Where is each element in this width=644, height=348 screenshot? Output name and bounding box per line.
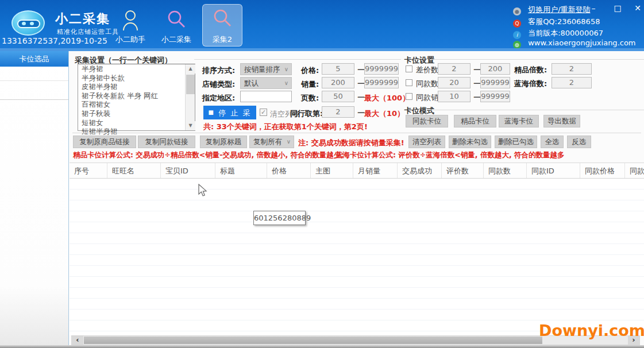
boutique-formula-text: 精品卡位计算公式: 交易成功÷精品倍数<销量-交易成功, 倍数越小, 符合的数量… [73, 150, 344, 160]
sidebar-divider [0, 99, 68, 100]
same-sales-max-input[interactable]: 999999 [480, 91, 510, 102]
boutique-multiplier-input[interactable]: 2 [552, 63, 592, 75]
export-data-button[interactable]: 导出数据 [543, 115, 580, 127]
same-sales-min-input[interactable]: 10 [438, 91, 471, 102]
column-header[interactable]: 价格 [267, 163, 311, 178]
column-header[interactable]: 主图 [311, 163, 353, 178]
price-min-input[interactable]: 5 [322, 63, 354, 75]
copy-all-value: 复制所有 [253, 137, 282, 146]
nav-assistant-label: 小二助手 [110, 34, 151, 45]
region-input[interactable] [240, 91, 292, 102]
diff-price-label: 差价数 [416, 65, 438, 75]
column-header[interactable]: 评价数 [442, 163, 484, 178]
info-icon: i [513, 31, 521, 39]
column-header[interactable]: 同款价格 [580, 163, 625, 178]
qq-row: Q 客服QQ:236068658 [513, 17, 600, 27]
pages-input[interactable]: 50 [322, 91, 354, 102]
column-header[interactable]: 序号 [70, 163, 107, 178]
scroll-down-icon[interactable]: ▼ [186, 121, 195, 130]
boutique-slot-button[interactable]: 精品卡位 [454, 115, 496, 127]
diff-price-max-input[interactable]: 200 [480, 63, 510, 75]
clear-list-button[interactable]: 清空列表 [408, 136, 445, 148]
keyword-item[interactable]: 半身裙 [78, 64, 195, 74]
keyword-item[interactable]: 短裙半身裙 [78, 127, 195, 136]
website-link[interactable]: www.xiaoergongjuxiang.com [528, 38, 635, 47]
scrollbar-thumb[interactable] [84, 337, 542, 344]
diff-price-checkbox[interactable] [406, 65, 412, 72]
nav-collect[interactable]: 小二采集 [156, 8, 196, 46]
app-subtitle: 精准化店铺运营工具 [57, 28, 119, 36]
keyword-listbox[interactable]: 半身裙 半身裙中长款 皮裙半身裙 裙子秋冬新款 半身 网红 百褶裙女 裙子秋装 … [78, 64, 195, 131]
copy-all-dropdown[interactable]: 复制所有 ∨ [249, 136, 294, 148]
bluesea-slot-button[interactable]: 蓝海卡位 [499, 115, 539, 127]
column-header[interactable]: 同款数 [484, 163, 527, 178]
keyword-item[interactable]: 裙子秋冬新款 半身 网红 [78, 91, 195, 100]
diff-price-min-input[interactable]: 2 [438, 63, 471, 75]
select-all-button[interactable]: 全选 [541, 136, 564, 148]
peer-input[interactable]: 2 [322, 106, 354, 118]
same-count-max-input[interactable]: 999999 [480, 77, 510, 88]
column-header[interactable]: 月销量 [353, 163, 398, 178]
table-header: 序号 旺旺名 宝贝ID 标题 价格 主图 月销量 交易成功 评价数 同款数 同款… [70, 163, 644, 179]
chevron-down-icon: ∨ [284, 64, 288, 75]
keyword-item[interactable]: 百褶裙女 [78, 100, 195, 109]
table-body-empty[interactable] [70, 179, 644, 335]
sales-max-input[interactable]: 9999999 [364, 77, 399, 88]
sales-label: 销量: [301, 79, 319, 90]
sales-min-input[interactable]: 200 [322, 77, 354, 88]
same-count-min-input[interactable]: 20 [438, 77, 471, 88]
same-count-checkbox[interactable] [406, 79, 412, 86]
column-header[interactable]: 宝贝ID [161, 163, 215, 178]
sidebar-item-slot-selection[interactable]: 卡位选品 [0, 51, 68, 67]
same-count-label: 同款数 [416, 79, 438, 89]
column-header[interactable]: 同款 [625, 163, 644, 178]
delete-unchecked-button[interactable]: 删除未勾选 [449, 136, 491, 148]
nav-collect2-active-tab[interactable]: 采集2 [202, 4, 242, 47]
column-header[interactable]: 标题 [215, 163, 267, 178]
same-sales-checkbox[interactable] [406, 93, 412, 100]
keyword-item[interactable]: 短裙女 [78, 118, 195, 127]
bluesea-formula-text: 蓝海卡位计算公式: 评价数÷蓝海倍数<销量, 倍数越大, 符合的数量越多 [336, 150, 565, 160]
clear-list-checkbox[interactable]: ✓ [260, 109, 267, 116]
peer-label: 同行取第: [290, 109, 323, 119]
shop-type-dropdown[interactable]: 默认 ∨ [240, 77, 292, 89]
nav-collect2-label: 采集2 [203, 34, 242, 45]
sort-dropdown[interactable]: 按销量排序 ∨ [240, 63, 292, 75]
copy-origin-title-button[interactable]: 复制原标题 [200, 136, 247, 148]
keyword-item[interactable]: 裙子秋装 [78, 109, 195, 118]
scroll-up-icon[interactable]: ▲ [186, 64, 195, 74]
item-id-tooltip: 601256280889 [253, 211, 306, 225]
version-row: i 当前版本:800000067 [513, 28, 603, 38]
keyword-item[interactable]: 皮裙半身裙 [78, 82, 195, 91]
nav-assistant[interactable]: 小二助手 [110, 8, 151, 46]
watermark: Downyi.com [539, 322, 644, 339]
maximize-button[interactable]: □ [611, 3, 624, 14]
column-header[interactable]: 交易成功 [398, 163, 442, 178]
invert-select-button[interactable]: 反选 [567, 136, 591, 148]
minimize-button[interactable]: – [587, 3, 600, 14]
slot-settings-title: 卡位设置 [404, 55, 434, 65]
chevron-down-icon: ∨ [284, 78, 288, 88]
same-slot-button[interactable]: 同款卡位 [406, 115, 448, 127]
sort-value: 按销量排序 [244, 65, 280, 74]
keyword-scrollbar[interactable]: ▲ ▼ [185, 64, 195, 130]
stop-collect-button[interactable]: ■ 停 止 采 集 [203, 106, 256, 119]
copy-same-link-button[interactable]: 复制同款链接 [138, 136, 195, 148]
delete-checked-button[interactable]: 删除已勾选 [495, 136, 537, 148]
website-row: ◍ www.xiaoergongjuxiang.com [513, 38, 636, 49]
column-header[interactable]: 旺旺名 [107, 163, 161, 178]
nav-collect-label: 小二采集 [156, 34, 196, 45]
bluesea-multiplier-input[interactable]: 2 [552, 77, 592, 88]
close-button[interactable]: ✕ [631, 3, 644, 14]
section-separator [72, 133, 641, 133]
switch-user-link[interactable]: 切换用户/重新登陆 [528, 5, 590, 14]
sidebar-divider [0, 80, 68, 81]
collect-status-text: 共: 33个关键词，正在获取第1个关键词，第2页! [203, 122, 368, 132]
scrollbar-thumb[interactable] [186, 75, 195, 94]
copy-origin-link-button[interactable]: 复制原商品链接 [73, 136, 136, 148]
keyword-item[interactable]: 半身裙中长款 [78, 74, 195, 83]
pages-label: 页数: [301, 93, 319, 103]
price-max-input[interactable]: 9999999 [364, 63, 399, 75]
scroll-left-icon[interactable]: ‹ [72, 336, 83, 345]
column-header[interactable]: 同款ID [527, 163, 580, 178]
